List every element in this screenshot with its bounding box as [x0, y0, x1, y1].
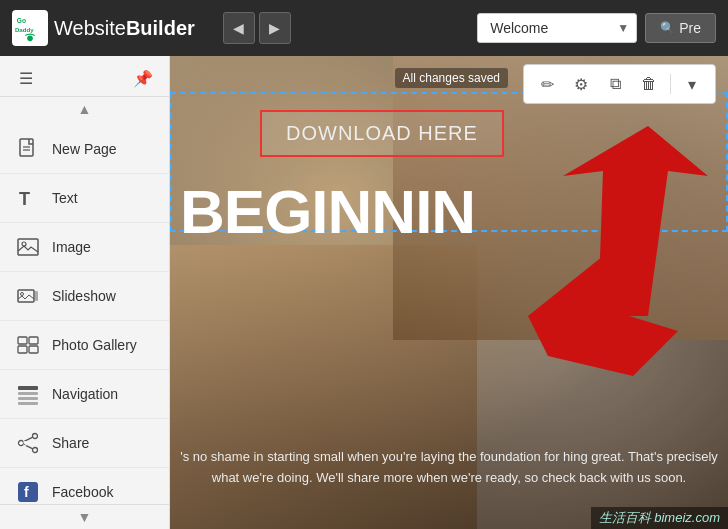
svg-point-23: [33, 448, 38, 453]
canvas-duplicate-button[interactable]: ⧉: [600, 69, 630, 99]
svg-rect-13: [18, 337, 27, 344]
svg-rect-8: [18, 239, 38, 255]
svg-text:f: f: [24, 484, 29, 500]
app-title: WebsiteBuilder: [54, 17, 195, 40]
navigation-icon: [14, 380, 42, 408]
sidebar-scroll-down: ▼: [0, 504, 169, 529]
forward-button[interactable]: ▶: [259, 12, 291, 44]
back-button[interactable]: ◀: [223, 12, 255, 44]
sidebar-grid-icon[interactable]: ☰: [12, 64, 40, 92]
svg-rect-18: [18, 392, 38, 395]
svg-point-12: [21, 293, 24, 296]
main-area: ☰ 📌 ▲ New Page: [0, 56, 728, 529]
download-text: DOWNLOAD HERE: [286, 122, 478, 144]
sidebar-item-slideshow[interactable]: Slideshow: [0, 272, 169, 321]
share-label: Share: [52, 435, 89, 451]
hero-body: 's no shame in starting small when you'r…: [180, 447, 718, 489]
share-icon: +5: [14, 429, 42, 457]
page-dropdown[interactable]: Welcome About Contact: [477, 13, 637, 43]
scroll-down-button[interactable]: ▼: [78, 509, 92, 525]
sidebar: ☰ 📌 ▲ New Page: [0, 56, 170, 529]
sidebar-item-new-page[interactable]: New Page: [0, 125, 169, 174]
svg-rect-11: [35, 291, 38, 301]
new-page-label: New Page: [52, 141, 117, 157]
text-label: Text: [52, 190, 78, 206]
canvas-area: DOWNLOAD HERE BEGINNIN 's no shame in st…: [170, 56, 728, 529]
image-label: Image: [52, 239, 91, 255]
svg-rect-19: [18, 397, 38, 400]
svg-text:Daddy: Daddy: [15, 26, 34, 33]
photo-gallery-label: Photo Gallery: [52, 337, 137, 353]
top-bar: Go Daddy WebsiteBuilder ◀ ▶ Welcome Abou…: [0, 0, 728, 56]
sidebar-items: New Page T Text Image: [0, 121, 169, 504]
image-icon: [14, 233, 42, 261]
preview-label: Pre: [679, 20, 701, 36]
canvas-expand-button[interactable]: ▾: [677, 69, 707, 99]
nav-arrows: ◀ ▶: [223, 12, 291, 44]
slideshow-label: Slideshow: [52, 288, 116, 304]
facebook-icon: f: [14, 478, 42, 504]
page-selector: Welcome About Contact ▼ 🔍 Pre: [477, 13, 716, 43]
sidebar-item-share[interactable]: +5 Share: [0, 419, 169, 468]
facebook-label: Facebook: [52, 484, 113, 500]
sidebar-item-text[interactable]: T Text: [0, 174, 169, 223]
svg-rect-16: [29, 346, 38, 353]
svg-rect-14: [29, 337, 38, 344]
text-icon: T: [14, 184, 42, 212]
save-status: All changes saved: [395, 68, 508, 88]
website-preview: DOWNLOAD HERE BEGINNIN 's no shame in st…: [170, 56, 728, 529]
sidebar-item-navigation[interactable]: Navigation: [0, 370, 169, 419]
canvas-delete-button[interactable]: 🗑: [634, 69, 664, 99]
photo-gallery-icon: [14, 331, 42, 359]
svg-rect-17: [18, 386, 38, 390]
canvas-toolbar: ✏ ⚙ ⧉ 🗑 ▾: [523, 64, 716, 104]
search-icon: 🔍: [660, 21, 675, 35]
toolbar-divider: [670, 74, 671, 94]
svg-point-21: [33, 434, 38, 439]
sidebar-top-icons: ☰ 📌: [0, 56, 169, 97]
godaddy-logo: Go Daddy: [12, 10, 48, 46]
scroll-up-button[interactable]: ▲: [78, 101, 92, 117]
svg-rect-10: [18, 290, 34, 302]
navigation-label: Navigation: [52, 386, 118, 402]
svg-rect-20: [18, 402, 38, 405]
sidebar-item-facebook[interactable]: f Facebook: [0, 468, 169, 504]
sidebar-scroll-up: ▲: [0, 97, 169, 121]
logo-area: Go Daddy WebsiteBuilder: [12, 10, 195, 46]
canvas-edit-button[interactable]: ✏: [532, 69, 562, 99]
svg-rect-15: [18, 346, 27, 353]
preview-button[interactable]: 🔍 Pre: [645, 13, 716, 43]
sidebar-pin-icon[interactable]: 📌: [129, 64, 157, 92]
sidebar-item-photo-gallery[interactable]: Photo Gallery: [0, 321, 169, 370]
page-dropdown-wrapper: Welcome About Contact ▼: [477, 13, 637, 43]
svg-text:Go: Go: [17, 17, 26, 24]
canvas-settings-button[interactable]: ⚙: [566, 69, 596, 99]
download-box[interactable]: DOWNLOAD HERE: [260, 110, 504, 157]
sidebar-item-image[interactable]: Image: [0, 223, 169, 272]
slideshow-icon: [14, 282, 42, 310]
svg-text:+5: +5: [19, 440, 27, 447]
hero-title: BEGINNIN: [170, 176, 728, 247]
svg-point-3: [27, 36, 33, 42]
new-page-icon: [14, 135, 42, 163]
svg-text:T: T: [19, 189, 30, 209]
watermark: 生活百科 bimeiz.com: [591, 507, 728, 529]
hero-body-text: 's no shame in starting small when you'r…: [180, 447, 718, 489]
